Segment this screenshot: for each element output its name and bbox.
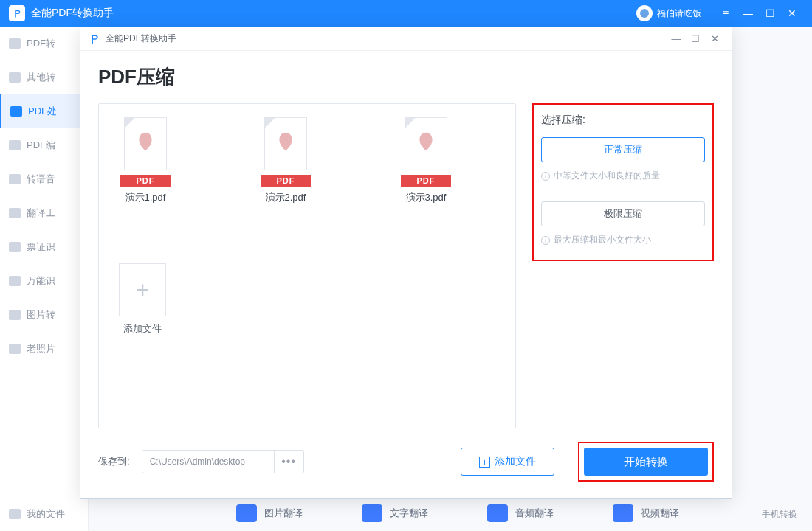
options-highlight-box: 选择压缩: 正常压缩 i中等文件大小和良好的质量 极限压缩 i最大压缩和最小文件… xyxy=(532,103,714,261)
option-desc-text: 最大压缩和最小文件大小 xyxy=(554,234,651,246)
sidebar-item-label: 图片转 xyxy=(27,308,55,322)
add-file-tile-label: 添加文件 xyxy=(123,322,162,336)
sidebar-item-pdf-process[interactable]: PDF处 xyxy=(0,94,88,128)
sidebar-item-label: 转语音 xyxy=(27,173,55,186)
file-list-zone[interactable]: PDF 演示1.pdf PDF 演示2.pdf PD xyxy=(98,103,516,428)
sidebar-item-photo[interactable]: 老照片 xyxy=(0,332,88,366)
compress-options: 选择压缩: 正常压缩 i中等文件大小和良好的质量 极限压缩 i最大压缩和最小文件… xyxy=(532,103,714,428)
sidebar-item-label: 万能识 xyxy=(27,274,55,288)
option-extreme-compress[interactable]: 极限压缩 xyxy=(541,201,705,226)
file-name: 演示2.pdf xyxy=(266,191,306,204)
image-icon xyxy=(9,310,21,320)
close-icon[interactable]: ✕ xyxy=(781,0,803,27)
sidebar-item-label: PDF处 xyxy=(28,105,57,118)
dialog-logo-icon xyxy=(88,32,101,46)
sidebar-item-label: 其他转 xyxy=(27,71,55,84)
text-translate-icon xyxy=(362,504,382,522)
file-badge: PDF xyxy=(261,175,311,187)
menu-icon[interactable]: ≡ xyxy=(715,0,737,27)
phone-convert-link[interactable]: 手机转换 xyxy=(762,508,797,521)
file-icon xyxy=(9,72,21,83)
edit-icon xyxy=(9,140,21,150)
scan-icon xyxy=(9,276,21,286)
app-logo-icon xyxy=(9,5,25,21)
sidebar-item-other-convert[interactable]: 其他转 xyxy=(0,60,88,94)
audio-icon xyxy=(9,174,21,184)
options-title: 选择压缩: xyxy=(541,114,705,127)
option-desc-text: 中等文件大小和良好的质量 xyxy=(554,170,660,182)
dialog-title: 全能PDF转换助手 xyxy=(106,32,176,45)
sidebar-item-image[interactable]: 图片转 xyxy=(0,298,88,332)
bottom-feature-row: 图片翻译 文字翻译 音频翻译 视频翻译 xyxy=(236,504,797,522)
plus-icon: + xyxy=(119,263,166,316)
pdf-file-icon xyxy=(124,117,167,170)
start-convert-label: 开始转换 xyxy=(624,455,668,469)
minimize-icon[interactable]: — xyxy=(737,0,759,27)
feature-text-translate[interactable]: 文字翻译 xyxy=(362,504,428,522)
video-translate-icon xyxy=(613,504,633,522)
file-item[interactable]: PDF 演示2.pdf xyxy=(252,117,319,204)
start-convert-button[interactable]: 开始转换 xyxy=(584,448,708,476)
dialog-minimize-icon[interactable]: — xyxy=(667,27,686,51)
sidebar-item-label: PDF转 xyxy=(27,37,55,50)
sidebar-item-label: PDF编 xyxy=(27,139,55,152)
sidebar-item-audio[interactable]: 转语音 xyxy=(0,162,88,196)
feature-audio-translate[interactable]: 音频翻译 xyxy=(487,504,554,522)
sidebar-item-label: 票证识 xyxy=(27,240,55,254)
sidebar-item-pdf-convert[interactable]: PDF转 xyxy=(0,27,88,60)
file-item[interactable]: PDF 演示1.pdf xyxy=(112,117,179,204)
add-file-button[interactable]: + 添加文件 xyxy=(461,448,554,476)
sidebar-item-universal[interactable]: 万能识 xyxy=(0,264,88,298)
dialog-close-icon[interactable]: ✕ xyxy=(705,27,724,51)
option-normal-compress[interactable]: 正常压缩 xyxy=(541,137,705,162)
option-extreme-desc: i最大压缩和最小文件大小 xyxy=(541,234,705,246)
sidebar-item-label: 翻译工 xyxy=(27,206,55,220)
avatar-icon[interactable] xyxy=(636,5,653,21)
app-title: 全能PDF转换助手 xyxy=(31,7,114,20)
sidebar-item-receipt[interactable]: 票证识 xyxy=(0,230,88,264)
pdf-icon xyxy=(9,38,21,49)
dialog-footer: 保存到: C:\Users\Admin\desktop ••• + 添加文件 开… xyxy=(98,428,714,498)
save-path-input[interactable]: C:\Users\Admin\desktop ••• xyxy=(142,450,304,473)
file-name: 演示1.pdf xyxy=(125,191,166,204)
browse-button[interactable]: ••• xyxy=(274,451,303,473)
maximize-icon[interactable]: ☐ xyxy=(759,0,781,27)
pdf-file-icon xyxy=(405,117,447,170)
app-titlebar: 全能PDF转换助手 福伯请吃饭 ≡ — ☐ ✕ xyxy=(0,0,812,27)
sidebar: PDF转 其他转 PDF处 PDF编 转语音 翻译工 票证识 万能识 图片转 老… xyxy=(0,27,89,531)
plus-icon: + xyxy=(479,457,490,468)
file-name: 演示3.pdf xyxy=(406,191,447,204)
translate-icon xyxy=(9,208,21,218)
file-item[interactable]: PDF 演示3.pdf xyxy=(393,117,459,204)
dialog-titlebar: 全能PDF转换助手 — ☐ ✕ xyxy=(80,27,732,51)
feature-label: 视频翻译 xyxy=(641,507,679,520)
sidebar-item-translate[interactable]: 翻译工 xyxy=(0,196,88,230)
image-translate-icon xyxy=(236,504,257,522)
option-label: 正常压缩 xyxy=(604,143,642,156)
add-file-label: 添加文件 xyxy=(495,455,536,468)
feature-video-translate[interactable]: 视频翻译 xyxy=(613,504,679,522)
option-label: 极限压缩 xyxy=(604,207,642,221)
file-badge: PDF xyxy=(120,175,171,187)
pdf-file-icon xyxy=(264,117,307,170)
username[interactable]: 福伯请吃饭 xyxy=(657,7,701,20)
sidebar-item-pdf-edit[interactable]: PDF编 xyxy=(0,128,88,162)
feature-image-translate[interactable]: 图片翻译 xyxy=(236,504,303,522)
dialog-maximize-icon[interactable]: ☐ xyxy=(686,27,705,51)
audio-translate-icon xyxy=(487,504,508,522)
sidebar-item-label: 老照片 xyxy=(27,342,55,355)
info-icon: i xyxy=(541,172,550,181)
feature-label: 文字翻译 xyxy=(390,507,428,520)
folder-icon xyxy=(9,509,21,519)
save-path-text: C:\Users\Admin\desktop xyxy=(142,451,274,473)
add-file-tile[interactable]: + 添加文件 xyxy=(112,263,173,336)
primary-highlight-box: 开始转换 xyxy=(578,442,714,482)
info-icon: i xyxy=(541,236,550,245)
pdf-compress-dialog: 全能PDF转换助手 — ☐ ✕ PDF压缩 PDF 演示1.pdf xyxy=(80,27,732,499)
photo-icon xyxy=(9,344,21,354)
my-files-label: 我的文件 xyxy=(27,507,65,521)
option-normal-desc: i中等文件大小和良好的质量 xyxy=(541,170,705,182)
process-icon xyxy=(10,106,22,117)
file-badge: PDF xyxy=(401,175,451,187)
my-files-link[interactable]: 我的文件 xyxy=(9,507,65,521)
